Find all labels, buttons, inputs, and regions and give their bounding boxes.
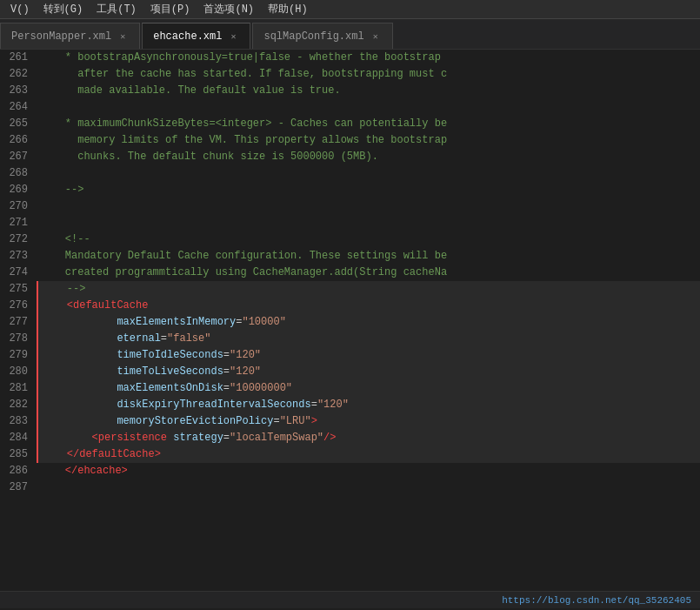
line-content: <defaultCache — [37, 298, 700, 314]
line-content: made available. The default value is tru… — [37, 83, 700, 99]
line-content: maxElementsOnDisk="10000000" — [37, 380, 700, 397]
line-number: 267 — [0, 149, 37, 165]
line-number: 266 — [0, 132, 37, 149]
line-content: * bootstrapAsynchronously=true|false - w… — [37, 50, 700, 66]
code-line: 261 * bootstrapAsynchronously=true|false… — [0, 50, 700, 66]
code-line: 264 — [0, 99, 700, 116]
line-number: 271 — [0, 215, 37, 231]
code-line: 274 created programmtically using CacheM… — [0, 265, 700, 281]
line-content: Mandatory Default Cache configuration. T… — [37, 248, 700, 265]
code-line: 277 maxElementsInMemory="10000" — [0, 314, 700, 331]
code-line: 282 diskExpiryThreadIntervalSeconds="120… — [0, 397, 700, 413]
menubar: V() 转到(G) 工具(T) 项目(P) 首选项(N) 帮助(H) — [0, 0, 700, 19]
code-line: 279 timeToIdleSeconds="120" — [0, 347, 700, 364]
url-text: https://blog.csdn.net/qq_35262405 — [502, 595, 691, 606]
code-line: 281 maxElementsOnDisk="10000000" — [0, 380, 700, 397]
line-content: timeToIdleSeconds="120" — [37, 347, 700, 364]
line-content: <!-- — [37, 231, 700, 248]
line-content: * maximumChunkSizeBytes=<integer> - Cach… — [37, 116, 700, 132]
tab-close-personmapper[interactable]: ✕ — [117, 30, 129, 43]
tab-ehcache[interactable]: ehcache.xml ✕ — [142, 23, 250, 49]
code-area[interactable]: 261 * bootstrapAsynchronously=true|false… — [0, 50, 700, 591]
line-number: 269 — [0, 182, 37, 198]
line-number: 261 — [0, 50, 37, 66]
code-line: 268 — [0, 165, 700, 182]
code-line: 286 </ehcache> — [0, 463, 700, 479]
code-line: 285 </defaultCache> — [0, 446, 700, 463]
tab-sqlmapconfig[interactable]: sqlMapConfig.xml ✕ — [252, 23, 392, 49]
code-line: 276 <defaultCache — [0, 298, 700, 314]
tab-label: PersonMapper.xml — [11, 30, 111, 43]
line-content: --> — [37, 281, 700, 298]
line-number: 272 — [0, 231, 37, 248]
line-number: 268 — [0, 165, 37, 182]
menu-goto[interactable]: 转到(G) — [37, 0, 90, 18]
line-number: 270 — [0, 198, 37, 215]
code-line: 283 memoryStoreEvictionPolicy="LRU"> — [0, 413, 700, 430]
line-number: 278 — [0, 331, 37, 347]
tab-close-ehcache[interactable]: ✕ — [227, 30, 239, 43]
code-line: 269 --> — [0, 182, 700, 198]
line-content: timeToLiveSeconds="120" — [37, 364, 700, 380]
menu-tools[interactable]: 工具(T) — [90, 0, 143, 18]
tab-label: sqlMapConfig.xml — [263, 30, 363, 43]
code-line: 267 chunks. The default chunk size is 50… — [0, 149, 700, 165]
tab-personmapper[interactable]: PersonMapper.xml ✕ — [0, 23, 140, 49]
line-number: 277 — [0, 314, 37, 331]
code-line: 263 made available. The default value is… — [0, 83, 700, 99]
line-number: 274 — [0, 265, 37, 281]
line-content: memoryStoreEvictionPolicy="LRU"> — [37, 413, 700, 430]
line-number: 286 — [0, 463, 37, 479]
line-number: 285 — [0, 446, 37, 463]
line-number: 279 — [0, 347, 37, 364]
line-content: <persistence strategy="localTempSwap"/> — [37, 430, 700, 446]
code-line: 287 — [0, 479, 700, 496]
code-line: 275 --> — [0, 281, 700, 298]
line-number: 282 — [0, 397, 37, 413]
line-content: maxElementsInMemory="10000" — [37, 314, 700, 331]
line-content: memory limits of the VM. This property a… — [37, 132, 700, 149]
code-line: 278 eternal="false" — [0, 331, 700, 347]
code-line: 272 <!-- — [0, 231, 700, 248]
line-content: </defaultCache> — [37, 446, 700, 463]
tabbar: PersonMapper.xml ✕ ehcache.xml ✕ sqlMapC… — [0, 19, 700, 50]
menu-help[interactable]: 帮助(H) — [261, 0, 315, 18]
line-number: 280 — [0, 364, 37, 380]
line-content: diskExpiryThreadIntervalSeconds="120" — [37, 397, 700, 413]
editor: 261 * bootstrapAsynchronously=true|false… — [0, 50, 700, 591]
line-number: 265 — [0, 116, 37, 132]
line-content: chunks. The default chunk size is 500000… — [37, 149, 700, 165]
line-number: 264 — [0, 99, 37, 116]
menu-prefs[interactable]: 首选项(N) — [197, 0, 261, 18]
code-line: 266 memory limits of the VM. This proper… — [0, 132, 700, 149]
line-content: created programmtically using CacheManag… — [37, 265, 700, 281]
tab-close-sqlmapconfig[interactable]: ✕ — [370, 30, 382, 43]
line-number: 284 — [0, 430, 37, 446]
code-line: 262 after the cache has started. If fals… — [0, 66, 700, 83]
line-content: </ehcache> — [37, 463, 700, 479]
line-content: eternal="false" — [37, 331, 700, 347]
line-content: after the cache has started. If false, b… — [37, 66, 700, 83]
line-number: 275 — [0, 281, 37, 298]
menu-v[interactable]: V() — [3, 2, 37, 17]
line-number: 262 — [0, 66, 37, 83]
url-bar: https://blog.csdn.net/qq_35262405 — [0, 591, 700, 608]
code-line: 270 — [0, 198, 700, 215]
line-number: 273 — [0, 248, 37, 265]
line-number: 281 — [0, 380, 37, 397]
line-content: --> — [37, 182, 700, 198]
code-line: 284 <persistence strategy="localTempSwap… — [0, 430, 700, 446]
code-line: 265 * maximumChunkSizeBytes=<integer> - … — [0, 116, 700, 132]
code-line: 280 timeToLiveSeconds="120" — [0, 364, 700, 380]
code-line: 271 — [0, 215, 700, 231]
menu-project[interactable]: 项目(P) — [143, 0, 197, 18]
line-number: 263 — [0, 83, 37, 99]
line-number: 283 — [0, 413, 37, 430]
line-number: 276 — [0, 298, 37, 314]
tab-label: ehcache.xml — [153, 30, 222, 43]
code-line: 273 Mandatory Default Cache configuratio… — [0, 248, 700, 265]
line-number: 287 — [0, 479, 37, 496]
